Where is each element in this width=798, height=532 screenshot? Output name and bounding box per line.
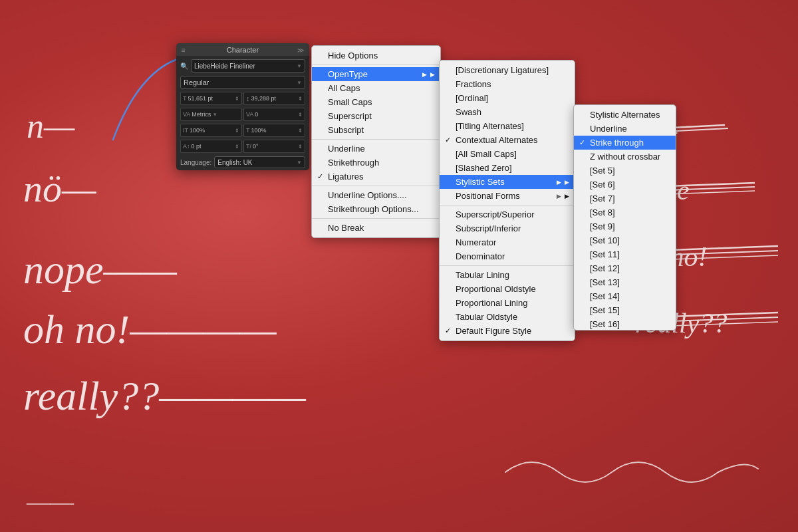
separator-ot1 — [440, 205, 575, 205]
menu-item-set16[interactable]: [Set 16] — [574, 317, 676, 331]
menu-item-swash[interactable]: Swash — [440, 105, 575, 119]
skew-field[interactable]: T/ 0° ⬍ — [243, 140, 305, 153]
menu-item-proportional-oldstyle[interactable]: Proportional Oldstyle — [440, 282, 575, 296]
separator-ot2 — [440, 265, 575, 266]
panel-title: Character — [227, 46, 259, 54]
menu-item-no-break[interactable]: No Break — [312, 221, 440, 235]
character-panel: ≡ Character ≫ 🔍 LiebeHeide Fineliner ▼ R… — [176, 43, 309, 170]
font-size-icon: T — [183, 95, 187, 102]
menu-item-set12[interactable]: [Set 12] — [574, 261, 676, 275]
kerning-tracking-row: VA Metrics ▼ VA 0 ⬍ — [176, 106, 309, 122]
menu-item-underline-options[interactable]: Underline Options.... — [312, 188, 440, 202]
menu-item-all-small-caps[interactable]: [All Small Caps] — [440, 147, 575, 161]
menu-item-opentype[interactable]: OpenType ▶ — [312, 67, 440, 81]
menu-item-ordinal[interactable]: [Ordinal] — [440, 91, 575, 105]
separator-2 — [312, 139, 440, 140]
tracking-stepper: ⬍ — [298, 112, 303, 118]
menu-item-tabular-oldstyle[interactable]: Tabular Oldstyle — [440, 310, 575, 324]
positional-forms-arrow: ▶ — [557, 193, 561, 200]
menu-item-set8[interactable]: [Set 8] — [574, 205, 676, 219]
baseline-field[interactable]: A↑ 0 pt ⬍ — [180, 140, 242, 153]
menu-item-superscript[interactable]: Superscript — [312, 109, 440, 123]
tracking-label: VA — [246, 111, 253, 118]
opentype-arrow: ▶ — [422, 71, 427, 78]
kerning-dropdown-arrow: ▼ — [212, 112, 217, 118]
menu-item-slashed-zero[interactable]: [Slashed Zero] — [440, 161, 575, 175]
kerning-field[interactable]: VA Metrics ▼ — [180, 108, 242, 121]
menu-item-disc-lig[interactable]: [Discretionary Ligatures] — [440, 63, 575, 77]
menu-item-contextual-alt[interactable]: Contextual Alternates — [440, 133, 575, 147]
menu-item-numerator[interactable]: Numerator — [440, 235, 575, 249]
menu-item-strikethrough-options[interactable]: Strikethrough Options... — [312, 202, 440, 216]
menu-item-stylistic-sets[interactable]: Stylistic Sets ▶ — [440, 175, 575, 189]
menu-item-set10[interactable]: [Set 10] — [574, 233, 676, 247]
leading-field[interactable]: ↕ 39,288 pt ⬍ — [243, 92, 305, 105]
baseline-icon: A↑ — [183, 143, 190, 150]
separator-4 — [312, 218, 440, 219]
menu-item-fractions[interactable]: Fractions — [440, 77, 575, 91]
menu-item-set6[interactable]: [Set 6] — [574, 178, 676, 192]
menu-item-set13[interactable]: [Set 13] — [574, 275, 676, 289]
menu-item-titling-alt[interactable]: [Titling Alternates] — [440, 119, 575, 133]
menu-item-subscript[interactable]: Subscript — [312, 123, 440, 137]
skew-icon: T/ — [246, 143, 251, 150]
menu-item-z-crossbar[interactable]: Z without crossbar — [574, 150, 676, 164]
menu-item-ligatures[interactable]: Ligatures — [312, 170, 440, 184]
menu-item-set5[interactable]: [Set 5] — [574, 164, 676, 178]
panel-controls: ≫ — [297, 47, 304, 54]
opentype-submenu: [Discretionary Ligatures] Fractions [Ord… — [439, 60, 575, 341]
menu-item-default-figure[interactable]: Default Figure Style — [440, 324, 575, 338]
skew-stepper: ⬍ — [298, 144, 303, 150]
search-icon: 🔍 — [180, 63, 188, 70]
menu-item-underline-ss[interactable]: Underline — [574, 122, 676, 136]
font-size-field[interactable]: T 51,651 pt ⬍ — [180, 92, 242, 105]
stylistic-sets-arrow: ▶ — [557, 179, 561, 186]
h-scale-stepper: ⬍ — [235, 128, 239, 134]
menu-item-superscript-sup[interactable]: Superscript/Superior — [440, 207, 575, 221]
menu-item-underline[interactable]: Underline — [312, 142, 440, 156]
leading-icon: ↕ — [246, 94, 250, 102]
dropdown-arrow: ▼ — [297, 63, 302, 69]
menu-item-positional-forms[interactable]: Positional Forms ▶ — [440, 189, 575, 203]
menu-item-strike-through[interactable]: Strike through — [574, 136, 676, 150]
menu-item-all-caps[interactable]: All Caps — [312, 81, 440, 95]
menu-item-hide-options[interactable]: Hide Options — [312, 49, 440, 63]
size-leading-row: T 51,651 pt ⬍ ↕ 39,288 pt ⬍ — [176, 90, 309, 106]
h-scale-icon: IT — [183, 127, 188, 134]
font-dropdown[interactable]: LiebeHeide Fineliner ▼ — [191, 59, 305, 72]
menu-item-set15[interactable]: [Set 15] — [574, 303, 676, 317]
menu-item-stylistic-alternates[interactable]: Stylistic Alternates — [574, 108, 676, 122]
baseline-skew-row: A↑ 0 pt ⬍ T/ 0° ⬍ — [176, 138, 309, 154]
leading-stepper: ⬍ — [298, 96, 303, 102]
menu-item-strikethrough[interactable]: Strikethrough — [312, 156, 440, 170]
menu-item-small-caps[interactable]: Small Caps — [312, 95, 440, 109]
menu-item-set9[interactable]: [Set 9] — [574, 219, 676, 233]
tracking-field[interactable]: VA 0 ⬍ — [243, 108, 305, 121]
style-arrow: ▼ — [297, 80, 302, 86]
h-scale-field[interactable]: IT 100% ⬍ — [180, 124, 242, 137]
language-dropdown[interactable]: English: UK ▼ — [214, 156, 305, 168]
size-stepper: ⬍ — [235, 96, 239, 102]
font-style-row: Regular ▼ — [176, 74, 309, 90]
v-scale-field[interactable]: T 100% ⬍ — [243, 124, 305, 137]
separator-3 — [312, 186, 440, 186]
bottom-decoration — [499, 446, 765, 499]
menu-item-subscript-inf[interactable]: Subscript/Inferior — [440, 221, 575, 235]
stylistic-sets-submenu: Stylistic Alternates Underline Strike th… — [573, 104, 676, 331]
lang-arrow: ▼ — [297, 160, 302, 166]
kerning-label: VA — [183, 111, 190, 118]
v-scale-icon: T — [246, 127, 250, 134]
language-label: Language: — [180, 159, 211, 166]
menu-item-proportional-lining[interactable]: Proportional Lining — [440, 296, 575, 310]
menu-item-set14[interactable]: [Set 14] — [574, 289, 676, 303]
panel-titlebar: ≡ Character ≫ — [176, 43, 309, 57]
main-context-menu: Hide Options OpenType ▶ All Caps Small C… — [311, 45, 441, 238]
panel-menu-icon[interactable]: ≫ — [297, 47, 304, 54]
style-dropdown[interactable]: Regular ▼ — [180, 76, 305, 89]
menu-item-denominator[interactable]: Denominator — [440, 249, 575, 263]
menu-item-set7[interactable]: [Set 7] — [574, 192, 676, 205]
separator-1 — [312, 65, 440, 65]
menu-item-set11[interactable]: [Set 11] — [574, 247, 676, 261]
panel-collapse-icon[interactable]: ≡ — [182, 47, 186, 54]
menu-item-tabular-lining[interactable]: Tabular Lining — [440, 268, 575, 282]
